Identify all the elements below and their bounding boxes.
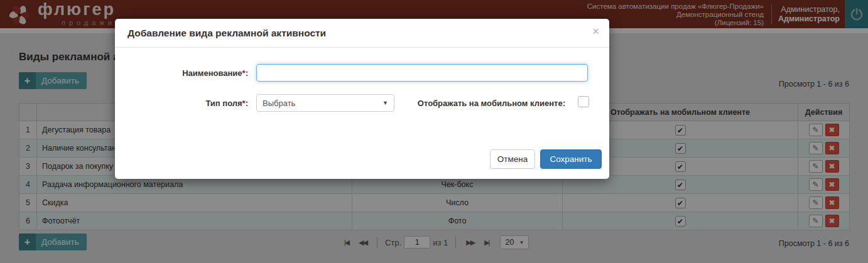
type-select-value: Выбрать [263,99,295,108]
name-field-label: Наименование*: [115,68,248,78]
type-select[interactable]: Выбрать ▼ [256,94,394,112]
close-icon[interactable]: × [592,25,599,37]
save-button[interactable]: Сохранить [540,149,602,169]
modal-title: Добавление вида рекламной активности [127,28,326,39]
type-field-label: Тип поля*: [115,99,248,108]
chevron-down-icon: ▼ [382,100,388,106]
cancel-button[interactable]: Отмена [490,149,535,169]
name-input[interactable] [256,64,588,82]
modal-header: Добавление вида рекламной активности × [115,19,609,48]
mobile-client-checkbox[interactable] [578,96,589,107]
name-label-text: Наименование [182,68,242,78]
app-screen: флюгер продажи Система автоматизации про… [0,0,868,263]
type-label-text: Тип поля [205,99,242,108]
label-colon: : [246,99,248,108]
add-activity-modal: Добавление вида рекламной активности × Н… [115,19,609,179]
label-colon: : [246,68,248,78]
mobile-client-label: Отображать на мобильном клиенте: [401,99,565,108]
